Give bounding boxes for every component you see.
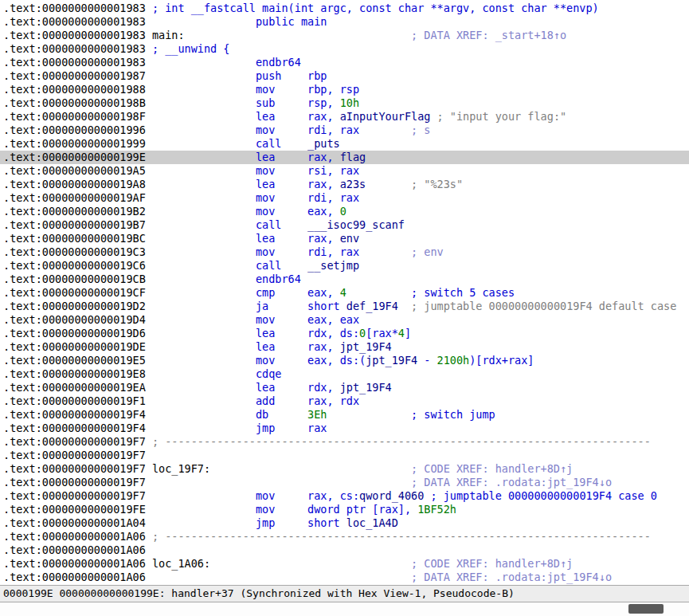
symbol-name[interactable]: jpt_19F4 — [340, 381, 392, 394]
listing-line[interactable]: .text:00000000000019E5 mov eax, ds:(jpt_… — [0, 354, 689, 367]
listing-line[interactable]: .text:0000000000001996 mov rdi, rax ; s — [0, 124, 689, 137]
instruction-text: ; switch jump — [327, 408, 495, 421]
listing-line[interactable]: .text:00000000000019F7 mov rax, cs:qword… — [0, 489, 689, 503]
listing-line[interactable]: .text:00000000000019FE mov dword ptr [ra… — [0, 503, 689, 516]
number-literal: 0 — [340, 205, 346, 218]
number-literal: 4 — [398, 327, 405, 339]
address-text: .text:0000000000001983 — [3, 29, 146, 41]
number-literal: 4 — [340, 286, 346, 299]
address-text: main: — [146, 29, 185, 41]
symbol-name[interactable]: env — [340, 232, 359, 245]
listing-line[interactable]: .text:00000000000019EA lea rdx, jpt_19F4 — [0, 381, 689, 394]
listing-line[interactable]: .text:00000000000019B7 call ___isoc99_sc… — [0, 218, 689, 232]
listing-line[interactable]: .text:00000000000019CB endbr64 — [0, 273, 689, 286]
listing-line[interactable]: .text:00000000000019B2 mov eax, 0 — [0, 205, 689, 218]
listing-line[interactable]: .text:00000000000019CF cmp eax, 4 ; swit… — [0, 286, 689, 300]
address-text: .text:00000000000019F7 — [3, 435, 146, 448]
listing-line[interactable]: .text:00000000000019C3 mov rdi, rax ; en… — [0, 245, 689, 259]
listing-line[interactable]: .text:0000000000001983 ; __unwind { — [0, 42, 689, 56]
comment-text: ; "input your flag:" — [430, 110, 566, 123]
address-text: .text:00000000000019CF — [3, 286, 146, 299]
listing-line[interactable]: .text:0000000000001A06 loc_1A06: ; CODE … — [0, 557, 689, 571]
address-text: .text:00000000000019D2 — [3, 300, 146, 312]
address-text: .text:0000000000001987 — [3, 69, 146, 82]
listing-line-current[interactable]: .text:000000000000199E lea rax, flag — [0, 151, 689, 164]
listing-line[interactable]: .text:000000000000198F lea rax, aInputYo… — [0, 110, 689, 124]
listing-line[interactable]: .text:00000000000019C6 call __setjmp — [0, 259, 689, 273]
listing-line[interactable]: .text:0000000000001A06 — [0, 543, 689, 557]
symbol-name[interactable]: aInputYourFlag — [340, 110, 431, 123]
address-text: loc_1A06: — [146, 557, 210, 570]
listing-line[interactable]: .text:0000000000001983 endbr64 — [0, 56, 689, 69]
address-text: .text:00000000000019E8 — [3, 367, 146, 380]
listing-line[interactable]: .text:00000000000019A5 mov rsi, rax — [0, 164, 689, 178]
symbol-name[interactable]: ___isoc99_scanf — [307, 218, 405, 231]
address-text: .text:00000000000019B2 — [3, 205, 146, 218]
symbol-name[interactable]: jpt_19F4 — [366, 354, 417, 367]
listing-line[interactable]: .text:00000000000019F4 jmp rax — [0, 422, 689, 435]
listing-line[interactable]: .text:00000000000019D2 ja short def_19F4… — [0, 300, 689, 313]
address-text: .text:0000000000001988 — [3, 83, 146, 96]
symbol-name[interactable]: _puts — [307, 137, 340, 150]
listing-line[interactable]: .text:0000000000001A06 ; DATA XREF: .rod… — [0, 571, 689, 584]
listing-line[interactable]: .text:0000000000001A06 ; ---------------… — [0, 530, 689, 543]
instruction-text: call — [146, 218, 307, 231]
instruction-text: mov eax, ds:( — [146, 354, 366, 367]
comment-text: ; --------------------------------------… — [146, 435, 651, 448]
listing-line[interactable]: .text:00000000000019E8 cdqe — [0, 367, 689, 381]
instruction-text: - — [417, 354, 436, 367]
listing-line[interactable]: .text:00000000000019A8 lea rax, a23s ; "… — [0, 178, 689, 191]
horizontal-scrollbar[interactable] — [0, 602, 689, 616]
instruction-text: db — [146, 408, 307, 421]
symbol-name[interactable]: a23s — [340, 178, 366, 190]
address-text: .text:00000000000019DE — [3, 340, 146, 353]
scrollbar-thumb[interactable] — [628, 604, 664, 614]
address-text: .text:000000000000198F — [3, 110, 146, 123]
listing-line[interactable]: .text:0000000000001999 call _puts — [0, 137, 689, 151]
xref-comment: ; DATA XREF: .rodata:jpt_19F4↓o — [146, 476, 612, 488]
listing-line[interactable]: .text:00000000000019F7 ; ---------------… — [0, 435, 689, 449]
listing-line[interactable]: .text:00000000000019AF mov rdi, rax — [0, 191, 689, 205]
xref-comment: ; DATA XREF: _start+18↑o — [185, 29, 567, 41]
listing-line[interactable]: .text:00000000000019F7 ; DATA XREF: .rod… — [0, 476, 689, 489]
instruction-text: lea rdx, ds: — [146, 327, 359, 339]
instruction-text: ja short — [146, 300, 346, 312]
listing-line[interactable]: .text:00000000000019F1 add rax, rdx — [0, 394, 689, 408]
listing-line[interactable]: .text:0000000000001988 mov rbp, rsp — [0, 83, 689, 96]
symbol-name[interactable]: jpt_19F4 — [340, 340, 392, 353]
instruction-text: ; jumptable 00000000000019F4 case 0 — [424, 489, 657, 502]
listing-line[interactable]: .text:00000000000019D6 lea rdx, ds:0[rax… — [0, 327, 689, 340]
instruction-text: ; switch 5 cases — [346, 286, 515, 299]
listing-line[interactable]: .text:00000000000019F7 — [0, 449, 689, 462]
listing-line[interactable]: .text:00000000000019F4 db 3Eh ; switch j… — [0, 408, 689, 422]
listing-line[interactable]: .text:00000000000019D4 mov eax, eax — [0, 313, 689, 327]
listing-line[interactable]: .text:00000000000019BC lea rax, env — [0, 232, 689, 245]
instruction-text: public main — [146, 15, 327, 28]
listing-line[interactable]: .text:0000000000001987 push rbp — [0, 69, 689, 83]
symbol-name[interactable]: flag — [340, 151, 366, 163]
address-text: .text:00000000000019D6 — [3, 327, 146, 339]
listing-line[interactable]: .text:0000000000001983 public main — [0, 15, 689, 29]
listing-line[interactable]: .text:0000000000001983 ; int __fastcall … — [0, 2, 689, 15]
instruction-text: mov rdi, rax — [146, 191, 359, 204]
address-text: .text:00000000000019F4 — [3, 408, 146, 421]
listing-line[interactable]: .text:00000000000019F7 loc_19F7: ; CODE … — [0, 462, 689, 476]
address-text: .text:0000000000001A06 — [3, 543, 146, 556]
instruction-text: jmp rax — [146, 422, 327, 434]
instruction-text: endbr64 — [146, 56, 301, 69]
symbol-name[interactable]: __setjmp — [307, 259, 359, 272]
listing-line[interactable]: .text:00000000000019DE lea rax, jpt_19F4 — [0, 340, 689, 354]
symbol-name[interactable]: loc_1A4D — [346, 516, 398, 529]
number-literal: 2100h — [437, 354, 470, 367]
listing-line[interactable]: .text:0000000000001A04 jmp short loc_1A4… — [0, 516, 689, 530]
symbol-name[interactable]: qword_4060 — [359, 489, 424, 502]
listing-line[interactable]: .text:0000000000001983 main: ; DATA XREF… — [0, 29, 689, 42]
address-text: .text:00000000000019C3 — [3, 245, 146, 258]
instruction-text: ; __unwind { — [146, 42, 230, 55]
address-text: .text:00000000000019BC — [3, 232, 146, 245]
number-literal: 1BF52h — [417, 503, 456, 516]
instruction-text: lea rax, — [146, 178, 340, 190]
symbol-name[interactable]: def_19F4 — [346, 300, 398, 312]
listing-line[interactable]: .text:000000000000198B sub rsp, 10h — [0, 96, 689, 110]
instruction-text: )[rdx+rax] — [469, 354, 534, 367]
